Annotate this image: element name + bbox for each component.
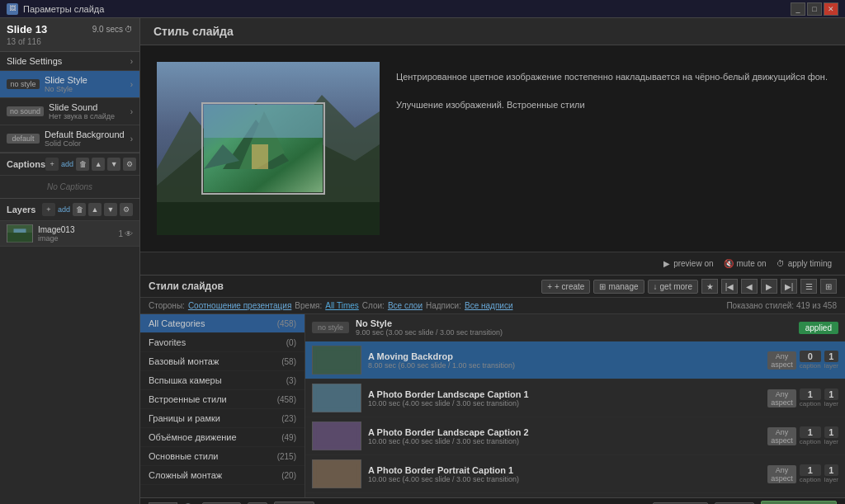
layer-label: layer xyxy=(824,400,838,407)
category-item[interactable]: Основные стили(215) xyxy=(140,447,304,466)
style-item[interactable]: A Photo Border Portrait Caption 1 10.00 … xyxy=(305,455,845,493)
titlebar-controls[interactable]: _ □ ✕ xyxy=(791,2,838,16)
view-list-button[interactable]: ☰ xyxy=(800,279,817,294)
captions-section-header: Captions + add 🗑 ▲ ▼ ⚙ xyxy=(0,153,139,176)
layer-count: 1 xyxy=(824,426,838,438)
svg-rect-12 xyxy=(204,105,323,138)
plus-icon: + xyxy=(547,282,552,291)
style-item[interactable]: A Photo Border Landscape Caption 2 10.00… xyxy=(305,417,845,455)
style-timing: 8.00 sec (6.00 sec slide / 1.00 sec tran… xyxy=(368,361,761,370)
layers-up-button[interactable]: ▲ xyxy=(88,203,101,216)
layer-label: layer xyxy=(824,362,838,370)
layers-delete-button[interactable]: 🗑 xyxy=(73,203,86,216)
layers-add-label: add xyxy=(58,203,70,216)
style-timing: 10.00 sec (4.00 sec slide / 3.00 sec tra… xyxy=(368,399,761,407)
star-button[interactable]: ★ xyxy=(701,279,718,294)
chevron-right-icon-sound: › xyxy=(130,107,133,116)
captions-up-button[interactable]: ▲ xyxy=(92,158,105,171)
layer-count: 1 xyxy=(824,464,838,476)
category-item[interactable]: Границы и рамки(23) xyxy=(140,409,304,428)
nav-prev-button[interactable]: ◀ xyxy=(741,279,758,294)
category-count: (23) xyxy=(281,414,296,423)
captions-down-button[interactable]: ▼ xyxy=(107,158,120,171)
nav-first-button[interactable]: |◀ xyxy=(721,279,738,294)
bottom-title: Стили слайдов xyxy=(149,280,541,292)
manage-icon: ⊞ xyxy=(599,282,606,291)
slide-description-2: Улучшение изображений. Встроенные стили xyxy=(396,98,828,113)
layer-value[interactable]: Все слои xyxy=(388,301,422,310)
style-name: A Photo Border Landscape Caption 1 xyxy=(368,389,761,399)
category-item[interactable]: Сложный монтаж(20) xyxy=(140,466,304,485)
style-thumbnail xyxy=(312,422,361,450)
sidebar-item-sound[interactable]: no sound Slide Sound Нет звука в слайде … xyxy=(0,98,139,125)
category-item[interactable]: Вспышка камеры(3) xyxy=(140,371,304,390)
category-name: Вспышка камеры xyxy=(149,375,283,385)
style-thumbnail xyxy=(312,384,361,412)
style-sublabel: No Style xyxy=(45,85,130,93)
create-button[interactable]: + + create xyxy=(541,280,590,294)
category-item[interactable]: All Categories(458) xyxy=(140,314,304,333)
sound-sublabel: Нет звука в слайде xyxy=(49,112,130,120)
style-badge: no style xyxy=(7,79,40,89)
maximize-button[interactable]: □ xyxy=(807,2,822,16)
mountain-background xyxy=(157,62,380,235)
nav-next-button[interactable]: ▶ xyxy=(761,279,777,294)
sidebar: Slide 13 9.0 secs ⏱ 13 of 116 Slide Sett… xyxy=(0,18,140,504)
minimize-button[interactable]: _ xyxy=(791,2,805,16)
svg-rect-6 xyxy=(157,202,380,235)
category-count: (20) xyxy=(281,471,296,480)
captions-delete-button[interactable]: 🗑 xyxy=(76,158,89,171)
bottom-panel-header: Стили слайдов + + create ⊞ manage ↓ get … xyxy=(140,276,845,298)
bg-badge: default xyxy=(7,134,40,144)
sidebar-item-background[interactable]: default Default Background Solid Color › xyxy=(0,125,139,153)
layers-down-button[interactable]: ▼ xyxy=(104,203,117,216)
captions-settings-button[interactable]: ⚙ xyxy=(123,158,136,171)
apply-timing-button[interactable]: ⏱ apply timing xyxy=(777,259,832,268)
category-item[interactable]: Встроенные стили(458) xyxy=(140,390,304,409)
time-value[interactable]: All Times xyxy=(325,301,359,310)
style-list: no style No Style 9.00 sec (3.00 sec sli… xyxy=(305,314,845,497)
layer-thumbnail xyxy=(7,224,33,243)
filter-row: Стороны: Соотношение презентация Время: … xyxy=(140,298,845,314)
manage-button[interactable]: ⊞ manage xyxy=(593,280,644,294)
style-item[interactable]: A Moving Backdrop 8.00 sec (6.00 sec sli… xyxy=(305,341,845,379)
sides-link[interactable]: Соотношение презентация xyxy=(188,301,291,310)
close-button[interactable]: ✕ xyxy=(824,2,838,16)
captions-filter-value[interactable]: Все надписи xyxy=(465,301,513,310)
time-label: Время: xyxy=(295,301,322,310)
layer-count: 1 xyxy=(824,351,838,362)
category-item[interactable]: Favorites(0) xyxy=(140,333,304,352)
apply-button[interactable]: Применить... xyxy=(761,501,837,504)
sidebar-item-style[interactable]: no style Slide Style No Style › xyxy=(0,71,139,98)
style-item-nostyle[interactable]: no style No Style 9.00 sec (3.00 sec sli… xyxy=(305,314,845,341)
category-item[interactable]: Объёмное движение(49) xyxy=(140,428,304,447)
caption-count: 1 xyxy=(800,464,821,476)
slide-time: 9.0 secs ⏱ xyxy=(92,25,133,34)
get-more-button[interactable]: ↓ get more xyxy=(648,280,698,294)
bottom-panel: Стили слайдов + + create ⊞ manage ↓ get … xyxy=(140,275,845,497)
captions-add-button[interactable]: + xyxy=(45,158,59,171)
window-title: Параметры слайда xyxy=(23,4,104,14)
layers-add-button[interactable]: + xyxy=(42,203,55,216)
mute-icon: 🔇 xyxy=(724,259,734,268)
style-item[interactable]: A Photo Border Landscape Caption 1 10.00… xyxy=(305,379,845,417)
preview-button[interactable]: ▶ preview on xyxy=(663,259,713,268)
nav-last-button[interactable]: ▶| xyxy=(781,279,797,294)
layer-item[interactable]: Image013 image 1 👁 xyxy=(0,221,139,247)
layers-settings-button[interactable]: ⚙ xyxy=(120,203,133,216)
sidebar-item-settings[interactable]: Slide Settings › xyxy=(0,52,139,71)
layer-visibility-icon[interactable]: 👁 xyxy=(125,229,133,238)
bg-sublabel: Solid Color xyxy=(45,139,130,148)
shown-count: Показано стилей: 419 из 458 xyxy=(726,301,837,310)
chevron-right-icon: › xyxy=(130,57,133,66)
category-name: Сложный монтаж xyxy=(149,470,278,480)
bottom-toolbar: + + create ⊞ manage ↓ get more ★ |◀ ◀ ▶ xyxy=(541,279,837,294)
category-count: (458) xyxy=(277,319,296,328)
category-item[interactable]: Базовый монтаж(58) xyxy=(140,352,304,371)
mute-button[interactable]: 🔇 mute on xyxy=(724,259,767,268)
slide-description-area: Центрированное цветное изображение посте… xyxy=(396,62,828,120)
sound-badge: no sound xyxy=(7,106,44,116)
category-list: All Categories(458)Favorites(0)Базовый м… xyxy=(140,314,305,497)
captions-title: Captions xyxy=(7,159,45,169)
view-grid-button[interactable]: ⊞ xyxy=(820,279,837,294)
